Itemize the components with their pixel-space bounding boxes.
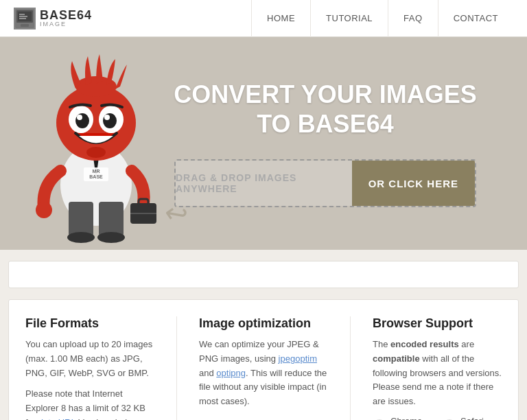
browser-safari: Safari 3.1+ — [443, 416, 502, 420]
browser-support-text: The encoded results are compatible with … — [373, 338, 502, 409]
svg-point-27 — [77, 115, 82, 120]
browser-support-title: Browser Support — [373, 316, 502, 331]
data-uri-link[interactable]: data URI — [38, 417, 73, 420]
svg-rect-6 — [21, 24, 29, 27]
svg-point-11 — [97, 232, 125, 243]
nav-contact[interactable]: CONTACT — [438, 0, 513, 37]
nav-tutorial[interactable]: TUTORIAL — [310, 0, 388, 37]
file-formats-column: File Formats You can upload up to 20 ima… — [25, 316, 154, 420]
svg-text:MR: MR — [93, 169, 100, 174]
click-here-button[interactable]: OR CLICK HERE — [352, 161, 475, 206]
nav-faq[interactable]: FAQ — [388, 0, 438, 37]
file-formats-title: File Formats — [25, 316, 154, 331]
hero-content: CONVERT YOUR IMAGES TO BASE64 DRAG & DRO… — [151, 80, 527, 207]
svg-rect-8 — [69, 202, 93, 236]
logo-subtitle: IMAGE — [40, 21, 92, 27]
hero-section: MR BASE — [0, 37, 527, 250]
main-nav: HOME TUTORIAL FAQ CONTACT — [251, 0, 513, 37]
logo-title: BASE64 — [40, 9, 92, 21]
svg-point-28 — [104, 115, 110, 120]
hero-title: CONVERT YOUR IMAGES TO BASE64 — [174, 80, 476, 139]
logo-text-area: BASE64 IMAGE — [40, 9, 92, 27]
separator-1 — [176, 316, 177, 420]
svg-point-12 — [36, 202, 52, 218]
logo-area: BASE64 IMAGE — [14, 8, 92, 30]
header: BASE64 IMAGE HOME TUTORIAL FAQ CONTACT — [0, 0, 527, 37]
separator-2 — [350, 316, 351, 420]
image-optimization-column: Image optimization We can optimize your … — [199, 316, 328, 420]
drag-drop-area[interactable]: DRAG & DROP IMAGES ANYWHERE — [176, 161, 352, 206]
nav-home[interactable]: HOME — [251, 0, 310, 37]
image-optimization-title: Image optimization — [199, 316, 328, 331]
upload-progress-bar — [8, 261, 519, 288]
file-formats-text: You can upload up to 20 images (max. 1.0… — [25, 338, 154, 420]
logo-icon — [14, 8, 36, 30]
info-section: File Formats You can upload up to 20 ima… — [8, 299, 519, 420]
drop-zone[interactable]: DRAG & DROP IMAGES ANYWHERE OR CLICK HER… — [174, 159, 476, 207]
svg-point-25 — [75, 113, 89, 128]
svg-text:BASE: BASE — [89, 174, 103, 179]
svg-point-10 — [67, 232, 95, 243]
browser-support-column: Browser Support The encoded results are … — [373, 316, 502, 420]
svg-rect-9 — [99, 202, 124, 236]
browser-chrome: Chrome 4+ — [373, 416, 432, 420]
svg-point-26 — [103, 113, 117, 128]
image-optimization-text: We can optimize your JPEG & PNG images, … — [199, 338, 328, 409]
optipng-link[interactable]: optipng — [216, 368, 246, 378]
jpegoptim-link[interactable]: jpegoptim — [279, 353, 317, 364]
svg-point-29 — [86, 147, 106, 158]
mascot: MR BASE — [27, 51, 165, 250]
browser-grid: Chrome 4+ Safari 3.1+ Firefox 2+ O Opera… — [373, 416, 502, 420]
arrow-decoration: ↩ — [162, 196, 190, 231]
